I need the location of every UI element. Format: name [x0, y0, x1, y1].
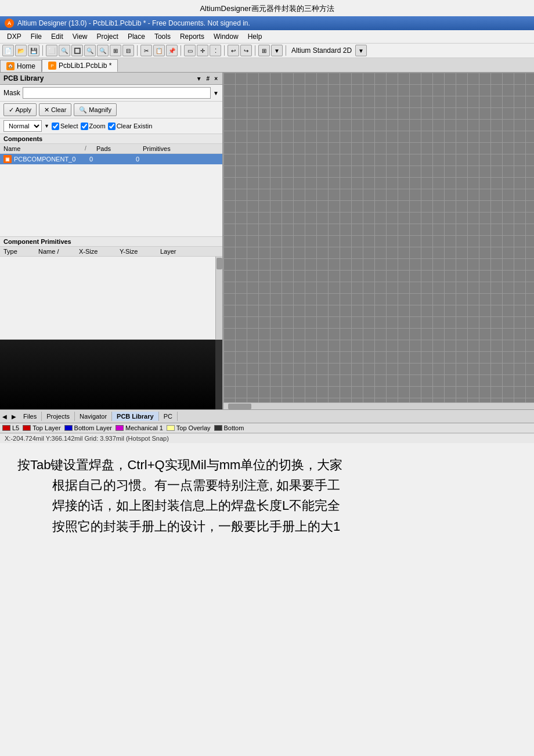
toolbar-undo[interactable]: ↩	[228, 45, 239, 56]
nav-right-arrow[interactable]: ▶	[9, 413, 19, 420]
menu-edit[interactable]: Edit	[46, 31, 68, 42]
pcblib-icon: P	[48, 62, 56, 70]
toolbar-std-drop[interactable]: ▼	[355, 45, 367, 56]
toolbar-grid[interactable]: ⊞	[258, 45, 270, 56]
layer-l5-color	[2, 425, 10, 431]
toolbar-std-label: Altium Standard 2D	[289, 46, 354, 55]
toolbar-btn7[interactable]: 🔍	[84, 45, 96, 56]
zoom-check-label: Zoom	[81, 123, 106, 130]
toolbar-cross[interactable]: ✛	[197, 45, 208, 56]
normal-dropdown[interactable]: Normal	[3, 120, 42, 132]
col-sort-header[interactable]: /	[85, 145, 96, 152]
normal-arrow[interactable]: ▼	[44, 123, 49, 129]
menu-file[interactable]: File	[26, 31, 46, 42]
toolbar-dotted[interactable]: ⁚	[210, 45, 221, 56]
bottom-text-line3: 焊接的话，如上图封装信息上的焊盘长度L不能完全	[52, 495, 517, 516]
toolbar-btn5[interactable]: 🔍	[59, 45, 70, 56]
preview-area	[0, 340, 222, 409]
layer-top-color	[23, 425, 31, 431]
toolbar-cut[interactable]: ✂	[140, 45, 152, 56]
components-header: Components	[0, 134, 222, 144]
layer-top[interactable]: Top Layer	[23, 424, 60, 431]
btab-projects[interactable]: Projects	[42, 412, 75, 421]
layer-mech1-label: Mechanical 1	[125, 424, 163, 431]
toolbar-btn9[interactable]: ⊞	[110, 45, 121, 56]
panel-header-icons: ▼ # ×	[195, 75, 219, 82]
panel-header: PCB Library ▼ # ×	[0, 73, 222, 85]
tab-home[interactable]: 🏠 Home	[0, 60, 42, 72]
menu-help[interactable]: Help	[243, 31, 267, 42]
toolbar-save[interactable]: 💾	[28, 45, 39, 56]
toolbar-grid-drop[interactable]: ▼	[271, 45, 283, 56]
zoom-checkbox[interactable]	[81, 123, 88, 130]
toolbar-copy[interactable]: 📋	[153, 45, 165, 56]
bottom-text-line4: 按照它的封装手册上的设计，一般要比手册上的大1	[52, 516, 517, 537]
toolbar-btn6[interactable]: 🔲	[71, 45, 83, 56]
primitives-scrollbar[interactable]	[215, 257, 222, 339]
layer-l5-label: L5	[12, 424, 19, 431]
menu-view[interactable]: View	[68, 31, 92, 42]
tab-pcblib-label: PcbLib1.PcbLib *	[59, 62, 111, 70]
select-checkbox[interactable]	[52, 123, 59, 130]
btab-files[interactable]: Files	[19, 412, 42, 421]
clear-existing-check-label: Clear Existin	[108, 123, 153, 130]
clear-button[interactable]: ✕ Clear	[39, 103, 71, 116]
menu-place[interactable]: Place	[123, 31, 150, 42]
menu-dxp[interactable]: DXP	[2, 31, 26, 42]
prim-ysize-col: Y-Size	[120, 248, 160, 255]
layer-bar: L5 Top Layer Bottom Layer Mechanical 1 T…	[0, 423, 534, 433]
menu-project[interactable]: Project	[92, 31, 123, 42]
bottom-text-line1: 按Tab键设置焊盘，Ctrl+Q实现Mil与mm单位的切换，大家	[17, 455, 517, 475]
menu-window[interactable]: Window	[209, 31, 243, 42]
layer-bottom-color	[64, 425, 73, 431]
canvas-hscroll[interactable]	[223, 402, 534, 409]
layer-bottom[interactable]: Bottom Layer	[64, 424, 112, 431]
mask-label: Mask	[3, 89, 20, 97]
btab-navigator[interactable]: Navigator	[75, 412, 112, 421]
hscroll-thumb[interactable]	[228, 404, 251, 409]
layer-btm-label: Bottom	[224, 424, 244, 431]
toolbar-btn4[interactable]: ⬜	[46, 45, 57, 56]
btab-pcblibrary[interactable]: PCB Library	[112, 412, 159, 421]
bottom-text-line2: 根据自己的习惯。有一点需要特别注意, 如果要手工	[52, 475, 517, 495]
col-pads-header: Pads	[96, 145, 143, 152]
layer-mech1[interactable]: Mechanical 1	[116, 424, 163, 431]
prim-layer-col: Layer	[160, 248, 219, 255]
toolbar-btn10[interactable]: ⊟	[122, 45, 134, 56]
bottom-text-lines234: 根据自己的习惯。有一点需要特别注意, 如果要手工 焊接的话，如上图封装信息上的焊…	[17, 475, 517, 537]
panel-float-icon[interactable]: #	[205, 75, 211, 82]
home-icon: 🏠	[6, 62, 15, 70]
toolbar-sep4	[224, 45, 225, 56]
toolbar-sep3	[181, 45, 181, 56]
clear-existing-checkbox[interactable]	[108, 123, 116, 130]
toolbar-paste[interactable]: 📌	[166, 45, 178, 56]
primitives-section: Component Primitives Type Name / X-Size …	[0, 237, 222, 340]
menu-tools[interactable]: Tools	[150, 31, 175, 42]
layer-topoverlay[interactable]: Top Overlay	[167, 424, 211, 431]
magnify-button[interactable]: 🔍 Magnify	[74, 103, 117, 116]
page-title: AltiumDesigner画元器件封装的三种方法	[0, 0, 534, 16]
layer-l5[interactable]: L5	[2, 424, 19, 431]
primitives-scrollbar-thumb[interactable]	[217, 258, 222, 269]
toolbar-btn8[interactable]: 🔍	[97, 45, 109, 56]
layer-btm[interactable]: Bottom	[214, 424, 244, 431]
btab-pc[interactable]: PC	[159, 412, 178, 421]
tab-pcblib[interactable]: P PcbLib1.PcbLib *	[42, 59, 118, 72]
mask-input[interactable]	[23, 87, 211, 99]
menu-reports[interactable]: Reports	[175, 31, 209, 42]
preview-scrollbar[interactable]	[215, 340, 222, 409]
toolbar-rect[interactable]: ▭	[184, 45, 196, 56]
mask-dropdown-arrow[interactable]: ▼	[213, 90, 219, 96]
component-row[interactable]: ▣ PCBCOMPONENT_0 0 0	[0, 154, 222, 164]
toolbar-redo[interactable]: ↪	[240, 45, 252, 56]
toolbar-new[interactable]: 📄	[2, 45, 14, 56]
panel-pin-icon[interactable]: ▼	[195, 75, 203, 82]
apply-button[interactable]: ✓ Apply	[3, 103, 37, 116]
nav-left-arrow[interactable]: ◀	[0, 413, 9, 420]
bottom-text-block: 按Tab键设置焊盘，Ctrl+Q实现Mil与mm单位的切换，大家 根据自己的习惯…	[0, 443, 534, 548]
canvas-grid	[223, 73, 534, 409]
toolbar-open[interactable]: 📂	[15, 45, 27, 56]
component-pads: 0	[89, 156, 136, 163]
prim-type-col: Type	[3, 248, 38, 255]
panel-close-icon[interactable]: ×	[213, 75, 219, 82]
